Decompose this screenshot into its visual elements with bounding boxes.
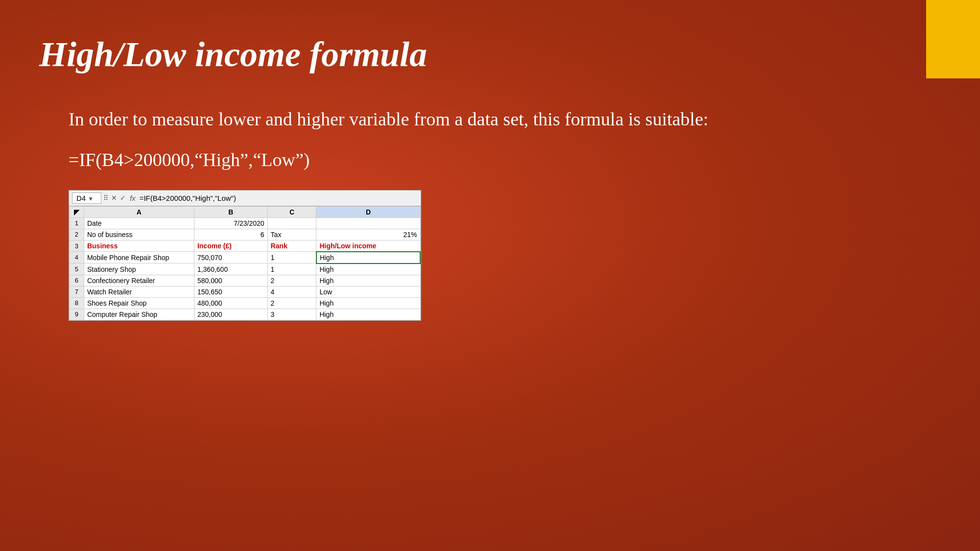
cell-a9: Computer Repair Shop xyxy=(84,309,194,320)
cell-c6: 2 xyxy=(267,275,316,286)
cell-c7: 4 xyxy=(267,286,316,297)
spreadsheet-grid: ◤ A B C D 1 Date 7/23/2020 2 xyxy=(69,206,421,320)
table-row: 6 Confectionery Retailer 580,000 2 High xyxy=(70,275,421,286)
row-8-header: 8 xyxy=(70,297,84,309)
cell-a7: Watch Retailer xyxy=(84,286,194,297)
cell-b1: 7/23/2020 xyxy=(194,217,267,229)
formula-bar-controls: ⠿ ✕ ✓ xyxy=(103,194,126,202)
cell-c8: 2 xyxy=(267,297,316,309)
row-5-header: 5 xyxy=(70,264,84,275)
fx-label: fx xyxy=(128,194,138,202)
formula-display: =IF(B4>200000,“High”,“Low”) xyxy=(69,149,941,170)
corner-header: ◤ xyxy=(70,206,84,217)
cancel-icon: ✕ xyxy=(111,194,117,202)
cell-b5: 1,360,600 xyxy=(194,264,267,275)
cell-c4: 1 xyxy=(267,252,316,264)
cell-a4: Mobile Phone Repair Shop xyxy=(84,252,194,264)
table-row: 4 Mobile Phone Repair Shop 750,070 1 Hig… xyxy=(70,252,421,264)
cell-b2: 6 xyxy=(194,229,267,240)
cell-c9: 3 xyxy=(267,309,316,320)
cell-d9: High xyxy=(316,309,420,320)
column-header-row: ◤ A B C D xyxy=(70,206,421,217)
cell-b9: 230,000 xyxy=(194,309,267,320)
cell-b7: 150,650 xyxy=(194,286,267,297)
col-a-header: A xyxy=(84,206,194,217)
formula-bar: D4 ▼ ⠿ ✕ ✓ fx =IF(B4>200000,"High","Low"… xyxy=(69,191,421,206)
slide-title: High/Low income formula xyxy=(39,34,941,75)
yellow-rectangle-decoration xyxy=(926,0,980,78)
cell-c2: Tax xyxy=(267,229,316,240)
spreadsheet: D4 ▼ ⠿ ✕ ✓ fx =IF(B4>200000,"High","Low"… xyxy=(69,190,421,321)
cell-reference: D4 ▼ xyxy=(72,192,101,204)
row-9-header: 9 xyxy=(70,309,84,320)
expand-icon: ⠿ xyxy=(103,194,108,202)
cell-b8: 480,000 xyxy=(194,297,267,309)
cell-c5: 1 xyxy=(267,264,316,275)
col-b-header: B xyxy=(194,206,267,217)
cell-a8: Shoes Repair Shop xyxy=(84,297,194,309)
cell-a1: Date xyxy=(84,217,194,229)
cell-d3: High/Low income xyxy=(316,240,420,252)
cell-b4: 750,070 xyxy=(194,252,267,264)
cell-b6: 580,000 xyxy=(194,275,267,286)
cell-d5: High xyxy=(316,264,420,275)
cell-d2: 21% xyxy=(316,229,420,240)
cell-d6: High xyxy=(316,275,420,286)
row-2-header: 2 xyxy=(70,229,84,240)
table-row: 9 Computer Repair Shop 230,000 3 High xyxy=(70,309,421,320)
table-row: 8 Shoes Repair Shop 480,000 2 High xyxy=(70,297,421,309)
row-4-header: 4 xyxy=(70,252,84,264)
confirm-icon: ✓ xyxy=(120,194,126,202)
cell-a2: No of business xyxy=(84,229,194,240)
slide: High/Low income formula In order to meas… xyxy=(0,0,980,551)
row-3-header: 3 xyxy=(70,240,84,252)
cell-d7: Low xyxy=(316,286,420,297)
cell-a3: Business xyxy=(84,240,194,252)
table-row: 2 No of business 6 Tax 21% xyxy=(70,229,421,240)
dropdown-arrow-icon: ▼ xyxy=(88,195,94,202)
row-6-header: 6 xyxy=(70,275,84,286)
col-d-header: D xyxy=(316,206,420,217)
cell-d4: High xyxy=(316,252,420,264)
cell-c3: Rank xyxy=(267,240,316,252)
formula-bar-content: =IF(B4>200000,"High","Low") xyxy=(140,194,418,202)
table-row: 5 Stationery Shop 1,360,600 1 High xyxy=(70,264,421,275)
body-text: In order to measure lower and higher var… xyxy=(69,104,754,134)
table-row: 7 Watch Retailer 150,650 4 Low xyxy=(70,286,421,297)
cell-d1 xyxy=(316,217,420,229)
cell-a6: Confectionery Retailer xyxy=(84,275,194,286)
table-row: 1 Date 7/23/2020 xyxy=(70,217,421,229)
cell-c1 xyxy=(267,217,316,229)
col-c-header: C xyxy=(267,206,316,217)
cell-b3: Income (£) xyxy=(194,240,267,252)
table-row: 3 Business Income (£) Rank High/Low inco… xyxy=(70,240,421,252)
cell-d8: High xyxy=(316,297,420,309)
cell-a5: Stationery Shop xyxy=(84,264,194,275)
row-1-header: 1 xyxy=(70,217,84,229)
row-7-header: 7 xyxy=(70,286,84,297)
